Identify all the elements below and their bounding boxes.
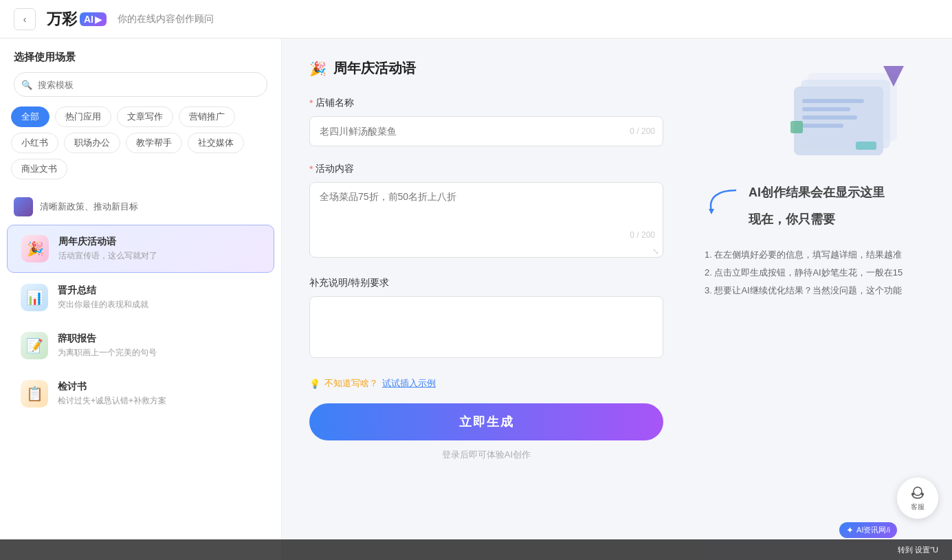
svg-rect-3 — [802, 99, 864, 103]
login-hint: 登录后即可体验AI创作 — [309, 449, 663, 461]
activity-textarea-wrap: 0 / 200 ⤡ — [309, 182, 663, 260]
arrow-decoration — [705, 187, 739, 217]
hint-text: 不知道写啥？ — [324, 377, 378, 390]
item-icon-review: 📋 — [21, 380, 48, 407]
svg-rect-4 — [802, 107, 850, 111]
item-title-anniversary: 周年庆活动语 — [58, 236, 157, 248]
cs-label: 客服 — [911, 502, 925, 512]
logo-ai-badge: AI ▶ — [80, 12, 107, 26]
item-title-review: 检讨书 — [58, 381, 166, 393]
activity-count: 0 / 200 — [630, 230, 655, 240]
form-field-supplement: 补充说明/特别要求 — [309, 277, 663, 361]
ai-steps: 1. 在左侧填好必要的信息，填写越详细，结果越准 2. 点击立即生成按钮，静待A… — [705, 246, 903, 300]
ai-step-1: 1. 在左侧填好必要的信息，填写越详细，结果越准 — [705, 246, 903, 264]
search-input[interactable] — [14, 72, 267, 97]
form-field-shop-name: * 店铺名称 0 / 200 — [309, 97, 663, 146]
logo-ai-icon: ▶ — [95, 14, 102, 25]
tag-marketing[interactable]: 营销推广 — [179, 107, 235, 127]
svg-rect-5 — [802, 115, 857, 120]
item-icon-promotion: 📊 — [21, 284, 48, 311]
resize-icon: ⤡ — [652, 247, 659, 256]
item-title-resign: 辞职报告 — [58, 333, 157, 345]
search-icon: 🔍 — [21, 80, 32, 90]
tag-hot[interactable]: 热门应用 — [55, 107, 111, 127]
form-field-activity: * 活动内容 0 / 200 ⤡ — [309, 163, 663, 260]
hint-icon: 💡 — [309, 379, 320, 389]
label-text-activity: 活动内容 — [316, 163, 354, 175]
required-star-shop: * — [309, 98, 313, 109]
svg-rect-8 — [790, 121, 803, 133]
item-content-anniversary: 周年庆活动语 活动宣传语，这么写就对了 — [58, 236, 157, 262]
sidebar-section-title: 选择使用场景 — [0, 38, 281, 72]
badge-text: AI资讯网/i — [856, 525, 890, 535]
activity-textarea[interactable] — [309, 182, 663, 258]
ai-hint-line1: AI创作结果会在显示这里 — [749, 183, 885, 203]
logo-text: 万彩 — [47, 9, 77, 30]
form-title-text: 周年庆活动语 — [333, 59, 416, 78]
generate-label: 立即生成 — [459, 415, 514, 429]
item-content-review: 检讨书 检讨过失+诚恳认错+补救方案 — [58, 381, 166, 407]
category-tags: 全部 热门应用 文章写作 营销推广 小红书 职场办公 教学帮手 社交媒体 商业文… — [0, 107, 281, 186]
svg-point-13 — [921, 493, 924, 495]
sidebar: 选择使用场景 🔍 全部 热门应用 文章写作 营销推广 小红书 职场办公 教学帮手… — [0, 38, 282, 560]
tag-xiaohongshu[interactable]: 小红书 — [11, 133, 58, 153]
tag-all[interactable]: 全部 — [11, 107, 49, 127]
back-button[interactable]: ‹ — [14, 8, 36, 30]
illustration-svg — [787, 59, 938, 169]
svg-point-11 — [914, 487, 922, 495]
list-item-anniversary[interactable]: 🎉 周年庆活动语 活动宣传语，这么写就对了 — [7, 225, 274, 273]
item-desc-resign: 为离职画上一个完美的句号 — [58, 347, 157, 359]
form-title-icon: 🎉 — [309, 60, 326, 77]
tag-business[interactable]: 商业文书 — [11, 159, 67, 179]
item-content-promotion: 晋升总结 突出你最佳的表现和成就 — [58, 284, 148, 311]
field-label-activity: * 活动内容 — [309, 163, 663, 175]
svg-marker-10 — [709, 209, 714, 214]
item-desc-review: 检讨过失+诚恳认错+补救方案 — [58, 395, 166, 407]
generate-button[interactable]: 立即生成 — [309, 403, 663, 440]
illustration-container — [705, 59, 938, 169]
list-item-promotion[interactable]: 📊 晋升总结 突出你最佳的表现和成就 — [7, 274, 274, 321]
bottom-bar: ✦ AI资讯网/i 转到 设置"U — [0, 539, 952, 560]
field-label-supplement: 补充说明/特别要求 — [309, 277, 663, 289]
tag-office[interactable]: 职场办公 — [64, 133, 120, 153]
customer-service-button[interactable]: 客服 — [897, 478, 938, 519]
item-icon-resign: 📝 — [21, 332, 48, 359]
label-text-supplement: 补充说明/特别要求 — [309, 277, 389, 289]
special-item-icon — [14, 197, 33, 216]
supplement-textarea[interactable] — [309, 296, 663, 358]
item-icon-anniversary: 🎉 — [21, 235, 49, 262]
required-star-activity: * — [309, 164, 313, 175]
shop-name-count: 0 / 200 — [630, 126, 655, 136]
shop-name-input[interactable] — [309, 116, 663, 146]
ai-hint-area: AI创作结果会在显示这里 现在，你只需要 — [705, 183, 885, 236]
tag-article[interactable]: 文章写作 — [117, 107, 173, 127]
main-layout: 选择使用场景 🔍 全部 热门应用 文章写作 营销推广 小红书 职场办公 教学帮手… — [0, 38, 952, 560]
label-text-shop: 店铺名称 — [316, 97, 354, 109]
logo-area: 万彩 AI ▶ 你的在线内容创作顾问 — [47, 9, 214, 30]
item-content-resign: 辞职报告 为离职画上一个完美的句号 — [58, 333, 157, 359]
header: ‹ 万彩 AI ▶ 你的在线内容创作顾问 — [0, 0, 952, 38]
svg-rect-6 — [802, 124, 843, 128]
headset-icon — [909, 484, 926, 501]
sidebar-special-item: 清晰新政策、推动新目标 — [0, 190, 281, 223]
svg-point-12 — [911, 493, 914, 495]
special-item-text: 清晰新政策、推动新目标 — [40, 201, 138, 213]
list-item-resign[interactable]: 📝 辞职报告 为离职画上一个完美的句号 — [7, 322, 274, 369]
logo-ai-text: AI — [84, 14, 93, 25]
hint-link[interactable]: 试试插入示例 — [382, 377, 436, 390]
ai-step-2: 2. 点击立即生成按钮，静待AI妙笔生花，一般在15 — [705, 264, 903, 282]
field-label-shop-name: * 店铺名称 — [309, 97, 663, 109]
bottom-bar-text: 转到 设置"U — [898, 545, 938, 555]
header-subtitle: 你的在线内容创作顾问 — [118, 13, 214, 25]
item-desc-anniversary: 活动宣传语，这么写就对了 — [58, 250, 157, 262]
item-desc-promotion: 突出你最佳的表现和成就 — [58, 299, 148, 311]
list-item-review[interactable]: 📋 检讨书 检讨过失+诚恳认错+补救方案 — [7, 370, 274, 417]
ai-resource-badge: ✦ AI资讯网/i — [839, 522, 897, 538]
tag-teaching[interactable]: 教学帮手 — [126, 133, 182, 153]
item-title-promotion: 晋升总结 — [58, 284, 148, 297]
form-panel: 🎉 周年庆活动语 * 店铺名称 0 / 200 * 活动内容 — [282, 38, 691, 560]
ai-step-3: 3. 想要让AI继续优化结果？当然没问题，这个功能 — [705, 282, 903, 300]
tag-social[interactable]: 社交媒体 — [188, 133, 244, 153]
hint-row: 💡 不知道写啥？ 试试插入示例 — [309, 377, 663, 390]
sidebar-list: 清晰新政策、推动新目标 🎉 周年庆活动语 活动宣传语，这么写就对了 📊 晋升总结… — [0, 186, 281, 560]
